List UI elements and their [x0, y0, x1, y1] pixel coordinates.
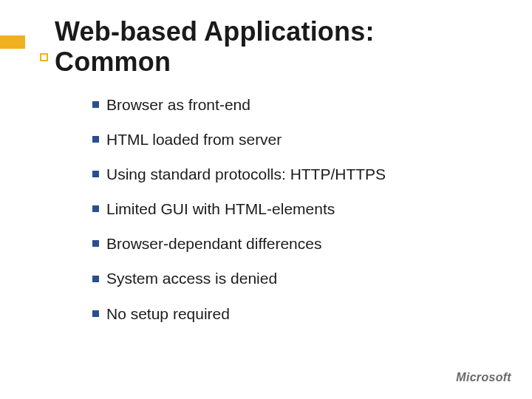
list-item: Browser-dependant differences — [92, 235, 386, 252]
bullet-list: Browser as front-end HTML loaded from se… — [92, 96, 386, 340]
square-bullet-icon — [92, 310, 99, 317]
microsoft-logo: Microsoft — [456, 371, 511, 384]
square-bullet-icon — [92, 136, 99, 143]
bullet-text: Limited GUI with HTML-elements — [106, 200, 335, 217]
list-item: Limited GUI with HTML-elements — [92, 200, 386, 217]
list-item: No setup required — [92, 305, 386, 322]
title-line-1: Web-based Applications: — [55, 16, 375, 47]
bullet-text: No setup required — [106, 305, 230, 322]
bullet-text: HTML loaded from server — [106, 131, 282, 148]
list-item: HTML loaded from server — [92, 131, 386, 148]
square-bullet-icon — [92, 171, 99, 177]
bullet-text: Using standard protocolls: HTTP/HTTPS — [106, 166, 386, 183]
bullet-text: System access is denied — [106, 270, 277, 287]
title-bullet-icon — [40, 53, 48, 61]
bullet-text: Browser-dependant differences — [106, 235, 321, 252]
square-bullet-icon — [92, 205, 99, 212]
square-bullet-icon — [92, 101, 99, 108]
slide-title: Web-based Applications: Common — [55, 16, 375, 78]
list-item: Browser as front-end — [92, 96, 386, 113]
bullet-text: Browser as front-end — [106, 96, 250, 113]
title-line-2: Common — [55, 47, 375, 77]
square-bullet-icon — [92, 276, 99, 282]
accent-bar — [0, 35, 25, 49]
list-item: System access is denied — [92, 270, 386, 287]
square-bullet-icon — [92, 240, 99, 247]
list-item: Using standard protocolls: HTTP/HTTPS — [92, 166, 386, 183]
